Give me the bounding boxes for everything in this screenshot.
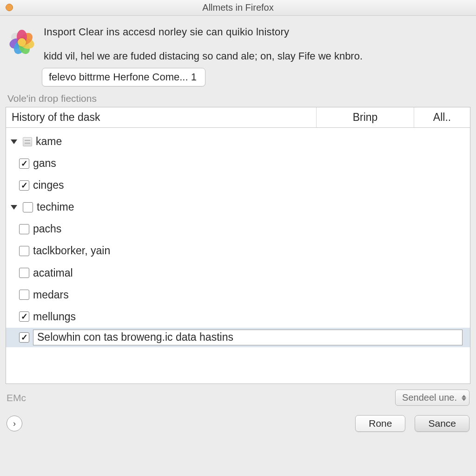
section-label: Vole'in drop fiections: [7, 93, 470, 104]
row-label: pachs: [33, 220, 61, 238]
checkbox[interactable]: [19, 180, 29, 191]
column-brinp[interactable]: Brinp: [317, 107, 414, 127]
footer-hint: EMc: [7, 392, 26, 403]
close-icon[interactable]: [6, 4, 13, 11]
source-dropdown-label: felevo bittrme Herfone Come... 1: [49, 71, 197, 83]
tree-row-selowhin[interactable]: Selowhin con tas broweng.ic data hastins: [6, 328, 470, 347]
list-body: kame gans cinges techime pach: [6, 128, 470, 383]
chevron-down-icon[interactable]: [11, 139, 17, 144]
tree-row-pachs[interactable]: pachs: [6, 218, 470, 240]
stepper-icon: [462, 395, 466, 401]
intro-subtext: kidd vil, hel we are fuded distacing so …: [44, 50, 469, 62]
sance-button[interactable]: Sance: [415, 415, 469, 432]
footer-combo-label: Sendeel une.: [402, 392, 457, 403]
checkbox[interactable]: [19, 290, 29, 300]
row-label: acatimal: [33, 264, 73, 282]
chevron-down-icon[interactable]: [11, 205, 17, 210]
tree-row-kame[interactable]: kame: [6, 131, 470, 152]
tree-row-cinges[interactable]: cinges: [6, 174, 470, 196]
chevron-right-icon: ›: [13, 419, 16, 429]
row-label: techime: [37, 198, 74, 216]
checkbox[interactable]: [19, 332, 29, 343]
footer-combo[interactable]: Sendeel une.: [395, 390, 469, 406]
history-listview: History of the dask Brinp All.. kame gan…: [6, 107, 470, 384]
list-header: History of the dask Brinp All..: [6, 107, 470, 128]
rone-button[interactable]: Rone: [355, 415, 405, 432]
row-label: kame: [36, 132, 62, 151]
column-all[interactable]: All..: [414, 107, 470, 127]
titlebar: Allmets in Firefox: [0, 0, 476, 16]
checkbox[interactable]: [19, 224, 29, 234]
intro-heading: Insport Clear ins accesd norley sie can …: [44, 26, 469, 38]
checkbox[interactable]: [19, 159, 29, 169]
checkbox[interactable]: [19, 311, 29, 322]
tree-row-techime[interactable]: techime: [6, 196, 470, 218]
row-label: Selowhin con tas broweng.ic data hastins: [37, 328, 233, 346]
row-label: cinges: [33, 176, 64, 194]
checkbox[interactable]: [19, 246, 29, 256]
window-title: Allmets in Firefox: [0, 2, 476, 13]
app-icon: [7, 28, 36, 57]
source-dropdown[interactable]: felevo bittrme Herfone Come... 1: [42, 68, 205, 86]
tree-row-medars[interactable]: medars: [6, 284, 470, 306]
row-label: taclkborker, yain: [33, 242, 110, 260]
tree-row-gans[interactable]: gans: [6, 152, 470, 174]
row-label: gans: [33, 154, 56, 172]
checkbox[interactable]: [23, 202, 33, 212]
column-history[interactable]: History of the dask: [6, 107, 317, 127]
tree-row-taclkborker[interactable]: taclkborker, yain: [6, 240, 470, 262]
row-edit-field[interactable]: Selowhin con tas broweng.ic data hastins: [33, 330, 463, 345]
tree-row-mellungs[interactable]: mellungs: [6, 306, 470, 328]
checkbox[interactable]: [19, 268, 29, 278]
tree-row-acatimal[interactable]: acatimal: [6, 262, 470, 284]
row-label: medars: [33, 286, 69, 304]
help-button[interactable]: ›: [7, 416, 22, 431]
row-label: mellungs: [33, 308, 76, 326]
list-icon: [23, 137, 32, 146]
